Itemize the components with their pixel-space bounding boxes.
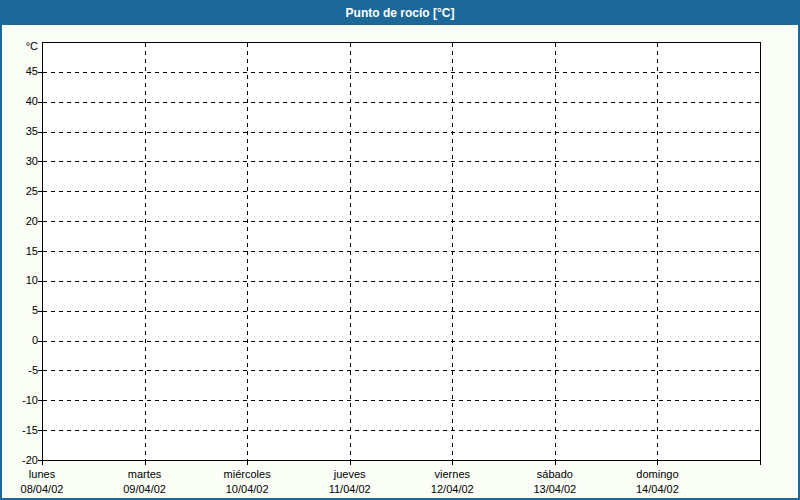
y-axis-tick-label: 5 xyxy=(0,304,38,317)
x-axis-date-label: 13/04/02 xyxy=(503,483,607,496)
window-frame xyxy=(0,0,800,500)
x-axis-day-label: jueves xyxy=(298,468,402,481)
y-axis-tick-label: 45 xyxy=(0,65,38,78)
x-axis-day-label: martes xyxy=(93,468,197,481)
y-axis-tick-label: 10 xyxy=(0,274,38,287)
x-axis-day-label: viernes xyxy=(400,468,504,481)
x-axis-date-label: 10/04/02 xyxy=(195,483,299,496)
y-axis-tick-label: 15 xyxy=(0,245,38,258)
y-axis-tick-label: -10 xyxy=(0,394,38,407)
y-axis-tick-label: -5 xyxy=(0,364,38,377)
x-axis-day-label: sábado xyxy=(503,468,607,481)
y-axis-tick-label: 30 xyxy=(0,155,38,168)
y-axis-tick-label: 25 xyxy=(0,185,38,198)
y-axis-tick-label: 40 xyxy=(0,95,38,108)
x-axis-date-label: 08/04/02 xyxy=(0,483,94,496)
y-axis-tick-label: 0 xyxy=(0,334,38,347)
x-axis-date-label: 14/04/02 xyxy=(605,483,709,496)
plot-grid xyxy=(0,0,800,500)
y-axis-unit-label: °C xyxy=(0,40,38,53)
y-axis-tick-label: -15 xyxy=(0,424,38,437)
chart-window: Punto de rocío [°C] °C454035302520151050… xyxy=(0,0,800,500)
x-axis-date-label: 12/04/02 xyxy=(400,483,504,496)
chart-title: Punto de rocío [°C] xyxy=(346,6,455,20)
x-axis-day-label: lunes xyxy=(0,468,94,481)
x-axis-date-label: 09/04/02 xyxy=(93,483,197,496)
x-axis-day-label: miércoles xyxy=(195,468,299,481)
y-axis-tick-label: 35 xyxy=(0,125,38,138)
x-axis-day-label: domingo xyxy=(605,468,709,481)
y-axis-tick-label: 20 xyxy=(0,215,38,228)
x-axis-date-label: 11/04/02 xyxy=(298,483,402,496)
y-axis-tick-label: -20 xyxy=(0,454,38,467)
title-bar: Punto de rocío [°C] xyxy=(0,0,800,25)
